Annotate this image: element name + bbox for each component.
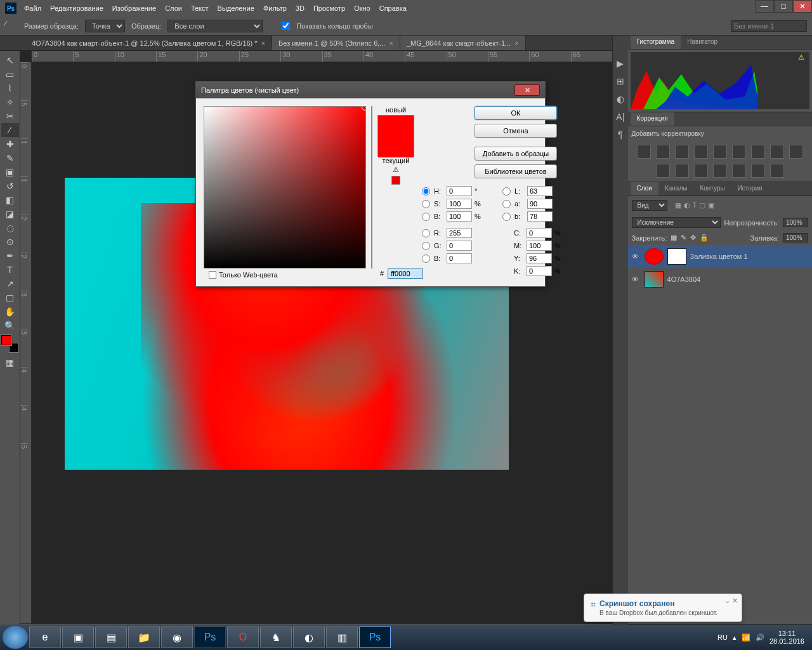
taskbar-viewer-icon[interactable]: ▥ [326, 627, 358, 648]
layer-filter-select[interactable]: Вид [632, 200, 667, 211]
adj-icon[interactable] [656, 145, 670, 159]
show-ring-checkbox[interactable] [282, 22, 290, 30]
taskbar-app-icon[interactable]: ▤ [95, 627, 127, 648]
radio-s[interactable] [422, 200, 430, 208]
layer-name[interactable]: 4O7A3804 [667, 275, 701, 283]
adj-icon[interactable] [713, 145, 727, 159]
y-field[interactable] [527, 253, 552, 263]
tray-lang[interactable]: RU [717, 633, 728, 641]
h-field[interactable] [447, 186, 472, 196]
lock-transparent-icon[interactable]: ▦ [671, 234, 677, 242]
quickmask-tool[interactable]: ▦ [1, 355, 19, 369]
layer-name[interactable]: Заливка цветом 1 [690, 253, 748, 260]
start-button[interactable] [3, 626, 28, 649]
filter-image-icon[interactable]: ▦ [675, 201, 681, 209]
doc-name-field[interactable] [731, 20, 807, 32]
adj-icon[interactable] [751, 164, 765, 178]
menu-3d[interactable]: 3D [296, 4, 304, 12]
adj-icon[interactable] [732, 164, 746, 178]
dialog-close-button[interactable]: ✕ [514, 84, 540, 96]
tray-arrow-icon[interactable]: ▴ [733, 633, 737, 642]
opacity-field[interactable] [783, 218, 808, 227]
k-field[interactable] [527, 266, 552, 276]
taskbar-chrome-icon[interactable]: ◐ [293, 627, 325, 648]
tab-navigator[interactable]: Навигатор [681, 36, 724, 49]
tab-doc-1[interactable]: 4O7A3804 как смарт-объект-1 @ 12,5% (Зал… [25, 36, 272, 50]
taskbar-disc-icon[interactable]: ◉ [161, 627, 193, 648]
tab-paths[interactable]: Контуры [693, 182, 731, 196]
adj-icon[interactable] [713, 164, 727, 178]
menu-select[interactable]: Выделение [218, 4, 254, 12]
menu-text[interactable]: Текст [191, 4, 209, 12]
layer-thumbnail[interactable] [645, 271, 664, 288]
visibility-icon[interactable]: 👁 [632, 275, 641, 283]
layer-thumbnail[interactable] [645, 248, 664, 265]
adj-icon[interactable] [751, 145, 765, 159]
play-icon[interactable]: ▶ [613, 55, 628, 72]
tab-layers[interactable]: Слои [631, 182, 658, 196]
notif-close-icon[interactable]: ⌄ ✕ [724, 597, 738, 605]
a-field[interactable] [527, 199, 553, 209]
taskbar-app-icon[interactable]: ♞ [260, 627, 292, 648]
color-cursor[interactable] [362, 104, 368, 110]
visibility-icon[interactable]: 👁 [632, 253, 641, 260]
lab-b-field[interactable] [527, 211, 553, 222]
fill-field[interactable] [783, 233, 808, 242]
sample-size-select[interactable]: Точка [85, 20, 125, 32]
hand-tool[interactable]: ✋ [1, 305, 19, 319]
shape-tool[interactable]: ▢ [1, 291, 19, 305]
ok-button[interactable]: ОК [475, 106, 557, 120]
color-swatches[interactable] [1, 335, 19, 353]
color-libraries-button[interactable]: Библиотеки цветов [475, 164, 557, 178]
menu-filter[interactable]: Фильтр [263, 4, 287, 12]
c-field[interactable] [527, 228, 552, 238]
radio-a[interactable] [502, 200, 511, 208]
lock-move-icon[interactable]: ✥ [690, 234, 696, 242]
blur-tool[interactable]: ◌ [1, 221, 19, 235]
adj-icon[interactable] [656, 164, 670, 178]
panel-icon[interactable]: ◐ [613, 90, 628, 108]
radio-r[interactable] [422, 229, 430, 237]
adj-icon[interactable] [770, 164, 784, 178]
saturation-field[interactable] [204, 106, 366, 269]
dodge-tool[interactable]: ⊙ [1, 235, 19, 249]
notification-toast[interactable]: ⌄ ✕ ⌗ Скриншот сохранен В ваш Dropbox бы… [584, 594, 742, 622]
filter-shape-icon[interactable]: ▢ [699, 201, 705, 209]
close-icon[interactable]: × [389, 39, 393, 47]
close-icon[interactable]: × [514, 39, 518, 47]
panel-icon[interactable]: ⊞ [613, 72, 628, 90]
menu-view[interactable]: Просмотр [313, 4, 345, 12]
taskbar-folder-icon[interactable]: 📁 [128, 627, 160, 648]
eyedropper-tool[interactable]: ⁄ [1, 123, 19, 137]
layer-row[interactable]: 👁 4O7A3804 [628, 268, 812, 291]
radio-h[interactable] [422, 187, 430, 196]
sample-select[interactable]: Все слои [167, 20, 263, 32]
foreground-swatch[interactable] [1, 335, 11, 345]
move-tool[interactable]: ↖ [1, 53, 19, 67]
adj-icon[interactable] [732, 145, 746, 159]
tab-doc-2[interactable]: Без имени-1 @ 50% (Эллипс 6,...× [272, 36, 400, 50]
tab-doc-3[interactable]: _MG_8644 как смарт-объект-1...× [400, 36, 526, 50]
dialog-title-bar[interactable]: Палитра цветов (чистый цвет) ✕ [196, 82, 545, 98]
lock-paint-icon[interactable]: ✎ [681, 234, 686, 242]
panel-icon[interactable]: ¶ [613, 126, 628, 143]
close-icon[interactable]: × [261, 39, 265, 47]
radio-b[interactable] [422, 213, 430, 221]
adj-icon[interactable] [789, 145, 803, 159]
blend-mode-select[interactable]: Исключение [632, 217, 721, 228]
gamut-swatch[interactable] [391, 176, 400, 185]
bval-field[interactable] [447, 211, 472, 222]
main-menu[interactable]: Файл Редактирование Изображение Слои Тек… [24, 4, 407, 12]
wand-tool[interactable]: ✧ [1, 95, 19, 109]
text-tool[interactable]: T [1, 263, 19, 277]
tab-channels[interactable]: Каналы [658, 182, 694, 196]
crop-tool[interactable]: ✂ [1, 109, 19, 123]
menu-edit[interactable]: Редактирование [50, 4, 103, 12]
tab-histogram[interactable]: Гистограмма [631, 36, 681, 49]
tab-history[interactable]: История [731, 182, 769, 196]
radio-b2[interactable] [422, 255, 430, 263]
adj-icon[interactable] [637, 145, 651, 159]
menu-window[interactable]: Окно [354, 4, 370, 12]
m-field[interactable] [527, 241, 552, 251]
tray-clock[interactable]: 13:11 28.01.2016 [769, 630, 804, 645]
